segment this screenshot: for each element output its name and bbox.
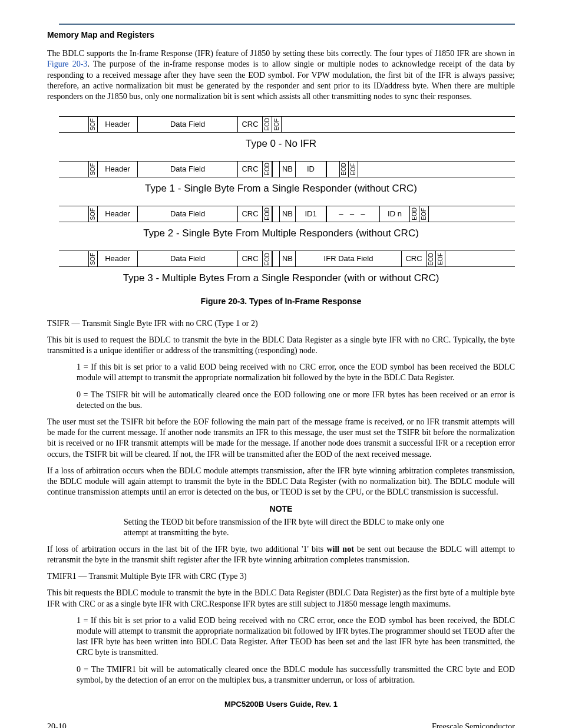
cell-crc: CRC <box>238 116 263 133</box>
intro-text-b: . The purpose of the in-frame response m… <box>47 60 515 101</box>
tmifr-p1: This bit requests the BDLC module to tra… <box>47 588 515 609</box>
label-type3: Type 3 - Multiple Bytes From a Single Re… <box>47 272 515 285</box>
top-rule <box>59 24 515 25</box>
para-user: The user must set the TSIFR bit before t… <box>47 417 515 460</box>
cell-eof: EOF <box>272 116 282 133</box>
intro-paragraph: The BDLC supports the In-frame Response … <box>47 48 515 102</box>
figure-link[interactable]: Figure 20-3 <box>47 60 87 68</box>
tmifr-label: TMIFR1 — Transmit Multiple Byte IFR with… <box>47 571 515 582</box>
cell-eod: EOD <box>263 116 272 133</box>
figure-caption: Figure 20-3. Types of In-Frame Response <box>47 296 515 307</box>
label-type0: Type 0 - No IFR <box>47 137 515 150</box>
frame-type2: SOF Header Data Field CRC EOD NB ID1 – –… <box>59 206 515 222</box>
section-title: Memory Map and Registers <box>47 29 515 40</box>
para-arb: If a loss of arbitration occurs when the… <box>47 466 515 498</box>
frame-type3: SOF Header Data Field CRC EOD NB IFR Dat… <box>59 251 515 267</box>
tmifr-0: 0 = The TMIFR1 bit will be automatically… <box>77 664 515 686</box>
frame-type1: SOF Header Data Field CRC EOD NB ID EOD … <box>59 161 515 177</box>
para-loss: If loss of arbitration occurs in the las… <box>47 544 515 565</box>
tmifr-1: 1 = If this bit is set prior to a valid … <box>77 615 515 658</box>
label-type1: Type 1 - Single Byte From a Single Respo… <box>47 182 515 195</box>
note-body: Setting the TEOD bit before transmission… <box>124 517 468 538</box>
intro-text-a: The BDLC supports the In-frame Response … <box>47 49 515 58</box>
label-type2: Type 2 - Single Byte From Multiple Respo… <box>47 227 515 240</box>
tsifr-p1: This bit is used to request the BDLC to … <box>47 335 515 356</box>
cell-header: Header <box>98 116 138 133</box>
tsifr-1: 1 = If this bit is set prior to a valid … <box>77 362 515 383</box>
cell-sof: SOF <box>88 116 98 133</box>
footer-vendor: Freescale Semiconductor <box>432 722 515 728</box>
footer-row: 20-10 Freescale Semiconductor <box>47 722 515 728</box>
footer-page: 20-10 <box>47 722 67 728</box>
will-not: will not <box>326 545 353 554</box>
para-loss-a: If loss of arbitration occurs in the las… <box>47 545 326 554</box>
tsifr-0: 0 = The TSIFR bit will be automatically … <box>77 390 515 411</box>
ifr-diagram: SOF Header Data Field CRC EOD EOF Type 0… <box>47 116 515 285</box>
tsifr-label: TSIFR — Transmit Single Byte IFR with no… <box>47 318 515 329</box>
note-label: NOTE <box>47 503 515 514</box>
frame-type0: SOF Header Data Field CRC EOD EOF <box>59 116 515 133</box>
cell-data: Data Field <box>138 116 238 133</box>
footer-center: MPC5200B Users Guide, Rev. 1 <box>47 700 515 710</box>
